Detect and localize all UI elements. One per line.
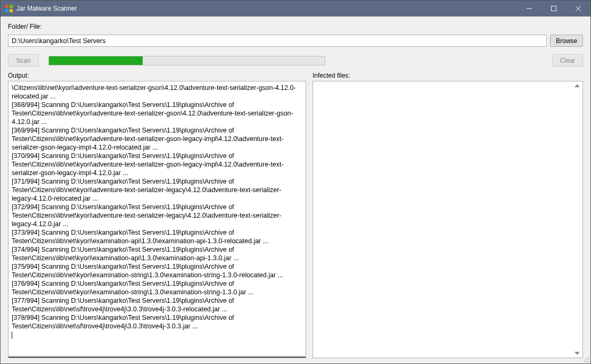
path-input[interactable] <box>8 35 547 47</box>
window-title: Jar Malware Scanner <box>17 1 517 16</box>
titlebar[interactable]: Jar Malware Scanner <box>1 1 590 16</box>
close-button[interactable] <box>566 1 590 16</box>
folder-label: Folder/ File: <box>8 23 583 30</box>
infected-text[interactable] <box>316 84 579 355</box>
svg-rect-1 <box>10 5 13 8</box>
clear-button[interactable]: Clear <box>552 54 583 67</box>
svg-rect-4 <box>552 6 556 11</box>
infected-panel[interactable] <box>313 81 583 358</box>
scroll-down-icon[interactable] <box>574 352 580 355</box>
svg-rect-2 <box>5 9 9 12</box>
infected-label: Infected files: <box>313 72 583 79</box>
svg-rect-0 <box>5 5 9 8</box>
progress-bar <box>48 56 325 65</box>
client-area: Folder/ File: Browse Scan Clear O <box>1 16 590 363</box>
scroll-up-icon[interactable] <box>574 84 580 87</box>
svg-rect-3 <box>10 9 13 12</box>
caption-buttons <box>517 1 590 16</box>
output-text[interactable]: \Citizens\lib\net\kyori\adventure-text-s… <box>12 84 302 357</box>
output-label: Output: <box>8 72 306 79</box>
resize-grip-icon[interactable] <box>582 355 589 362</box>
output-panel[interactable]: \Citizens\lib\net\kyori\adventure-text-s… <box>8 81 306 358</box>
scan-button[interactable]: Scan <box>8 54 39 67</box>
maximize-button[interactable] <box>541 1 566 16</box>
output-scroll-indicator <box>9 357 306 358</box>
browse-button[interactable]: Browse <box>550 35 583 47</box>
minimize-button[interactable] <box>517 1 541 16</box>
app-window: Jar Malware Scanner Folder/ File: Browse… <box>0 0 591 364</box>
app-icon <box>5 4 13 13</box>
progress-fill <box>49 56 143 65</box>
infected-scrollbar[interactable] <box>572 82 581 357</box>
